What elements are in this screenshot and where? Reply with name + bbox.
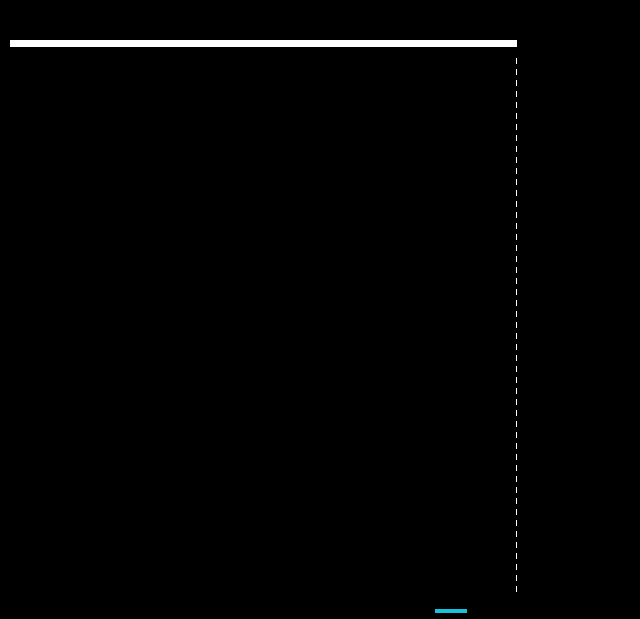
footer-legend [0,601,640,619]
scale-legend-bar-icon [435,609,467,613]
query-bar [10,40,517,47]
alignment-rows [0,58,640,597]
alignment-overview [0,0,640,619]
